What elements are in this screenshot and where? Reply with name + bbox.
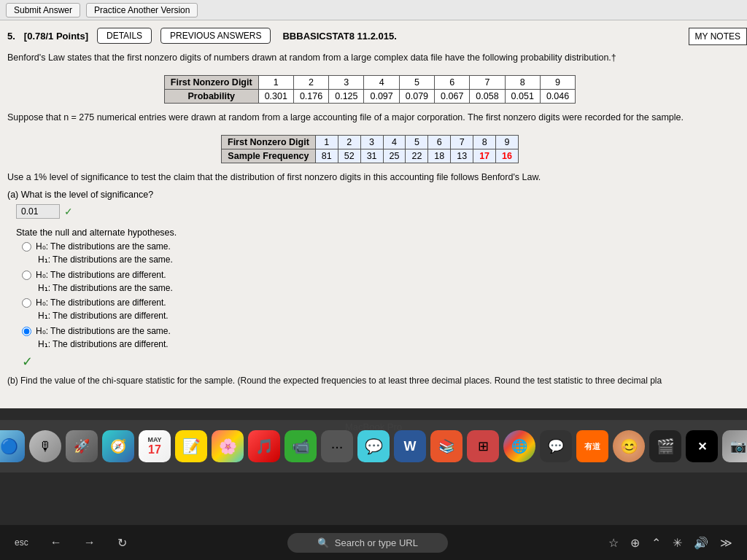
browser-search-bar[interactable]: 🔍 Search or type URL bbox=[287, 533, 448, 553]
dock-wechat[interactable]: 💬 bbox=[540, 430, 572, 462]
dock-chrome[interactable]: 🌐 bbox=[503, 430, 535, 462]
hypothesis-3-h1-text: H₁: The distributions are different. bbox=[38, 310, 732, 322]
browser-controls-right: ☆ ⊕ ⌃ ✳ 🔊 ≫ bbox=[608, 536, 732, 550]
main-content: MY NOTES 5. [0.78/1 Points] DETAILS PREV… bbox=[0, 20, 747, 429]
sample-frequency-table: First Nonzero Digit 1 2 3 4 5 6 7 8 9 Sa… bbox=[221, 135, 519, 163]
dock-siri[interactable]: 🎙 bbox=[29, 430, 61, 462]
dock-grid-app[interactable]: ⊞ bbox=[467, 430, 499, 462]
previous-answers-button[interactable]: PREVIOUS ANSWERS bbox=[160, 28, 271, 44]
hypothesis-radio-4[interactable] bbox=[22, 327, 31, 336]
hypothesis-option-4: H₀: The distributions are the same. H₁: … bbox=[22, 325, 732, 351]
hypothesis-option-2-h0-label[interactable]: H₀: The distributions are different. bbox=[22, 269, 732, 281]
dock-launchpad[interactable]: 🚀 bbox=[66, 430, 98, 462]
more-icon[interactable]: ≫ bbox=[720, 536, 732, 550]
hypotheses-checkmark: ✓ bbox=[22, 354, 732, 370]
esc-label: esc bbox=[15, 537, 28, 548]
hypothesis-option-4-h0-label[interactable]: H₀: The distributions are the same. bbox=[22, 325, 732, 338]
part-a-answer-box: ✓ bbox=[16, 204, 73, 219]
sample-digit-2: 2 bbox=[338, 135, 360, 149]
freq-1: 81 bbox=[315, 149, 338, 163]
brightness-icon[interactable]: ✳ bbox=[673, 536, 682, 550]
back-arrow-icon[interactable]: ← bbox=[50, 536, 62, 549]
benford-table-wrapper: First Nonzero Digit 1 2 3 4 5 6 7 8 9 Pr… bbox=[7, 71, 732, 108]
dock-facetime[interactable]: 📹 bbox=[285, 430, 317, 462]
question-header: 5. [0.78/1 Points] DETAILS PREVIOUS ANSW… bbox=[7, 28, 732, 44]
dock-music[interactable]: 🎵 bbox=[248, 430, 280, 462]
dock-safari[interactable]: 🧭 bbox=[102, 430, 134, 462]
prob-8: 0.051 bbox=[505, 89, 540, 103]
dock-photos[interactable]: 🌸 bbox=[212, 430, 244, 462]
my-notes-button[interactable]: MY NOTES bbox=[689, 28, 747, 45]
dock-screenrecord[interactable]: 🎬 bbox=[649, 430, 681, 462]
col-header-prob: Probability bbox=[164, 89, 258, 103]
col-header-digit: First Nonzero Digit bbox=[164, 75, 258, 89]
details-button[interactable]: DETAILS bbox=[97, 28, 152, 44]
forward-arrow-icon[interactable]: → bbox=[84, 536, 96, 549]
hypothesis-1-h0-text: H₀: The distributions are the same. bbox=[36, 241, 171, 253]
hypothesis-radio-3[interactable] bbox=[22, 298, 31, 308]
bookmark-icon[interactable]: ☆ bbox=[608, 536, 619, 550]
digit-1: 1 bbox=[258, 75, 293, 89]
macos-bottom-section: MacBook Pro 🔵 🎙 🚀 🧭 MAY 17 📝 🌸 bbox=[0, 408, 747, 560]
freq-2: 52 bbox=[338, 149, 360, 163]
digit-7: 7 bbox=[470, 75, 505, 89]
sample-digit-4: 4 bbox=[383, 135, 406, 149]
settings-icon[interactable]: ⌃ bbox=[651, 536, 661, 550]
macos-dock: 🔵 🎙 🚀 🧭 MAY 17 📝 🌸 🎵 bbox=[0, 420, 747, 472]
hypothesis-radio-2[interactable] bbox=[22, 271, 31, 280]
dock-x-app[interactable]: ✕ bbox=[686, 430, 718, 462]
prob-1: 0.301 bbox=[258, 89, 293, 103]
hypothesis-1-h1-text: H₁: The distributions are the same. bbox=[38, 254, 732, 266]
hypothesis-2-h0-text: H₀: The distributions are different. bbox=[36, 269, 166, 281]
dock-notes[interactable]: 📝 bbox=[175, 430, 207, 462]
top-toolbar: Submit Answer Practice Another Version bbox=[0, 0, 747, 20]
dock-books[interactable]: 📚 bbox=[430, 430, 462, 462]
volume-icon[interactable]: 🔊 bbox=[694, 536, 708, 550]
points-label: [0.78/1 Points] bbox=[24, 31, 88, 42]
hypothesis-option-2: H₀: The distributions are different. H₁:… bbox=[22, 269, 732, 295]
submit-answer-button[interactable]: Submit Answer bbox=[6, 3, 80, 18]
significance-level-input[interactable] bbox=[16, 204, 60, 219]
reload-icon[interactable]: ↻ bbox=[117, 536, 127, 550]
browser-bottom-bar: esc ← → ↻ 🔍 Search or type URL ☆ ⊕ ⌃ ✳ 🔊… bbox=[0, 525, 747, 560]
suppose-text: Suppose that n = 275 numerical entries w… bbox=[7, 111, 732, 125]
prob-2: 0.176 bbox=[293, 89, 328, 103]
hypothesis-option-1-h0-label[interactable]: H₀: The distributions are the same. bbox=[22, 241, 732, 253]
freq-6: 18 bbox=[428, 149, 451, 163]
hypothesis-option-3-h0-label[interactable]: H₀: The distributions are different. bbox=[22, 297, 732, 309]
sample-digit-3: 3 bbox=[360, 135, 383, 149]
freq-4: 25 bbox=[383, 149, 406, 163]
sample-col-header-digit: First Nonzero Digit bbox=[222, 135, 316, 149]
dock-finder[interactable]: 🔵 bbox=[0, 430, 25, 462]
hypothesis-option-3: H₀: The distributions are different. H₁:… bbox=[22, 297, 732, 322]
freq-3: 31 bbox=[360, 149, 383, 163]
sample-table-wrapper: First Nonzero Digit 1 2 3 4 5 6 7 8 9 Sa… bbox=[7, 131, 732, 168]
digit-5: 5 bbox=[399, 75, 434, 89]
prob-5: 0.079 bbox=[399, 89, 434, 103]
hypothesis-radio-1[interactable] bbox=[22, 242, 31, 252]
use-text: Use a 1% level of significance to test t… bbox=[7, 171, 732, 184]
dock-face[interactable]: 😊 bbox=[613, 430, 645, 462]
benford-intro-text: Benford's Law states that the first nonz… bbox=[7, 51, 732, 65]
course-code: BBBASICSTAT8 11.2.015. bbox=[282, 31, 396, 42]
freq-9: 16 bbox=[496, 149, 519, 163]
digit-6: 6 bbox=[435, 75, 470, 89]
dock-calendar[interactable]: MAY 17 bbox=[139, 430, 171, 462]
browser-controls-left: esc ← → ↻ bbox=[15, 536, 127, 550]
prob-3: 0.125 bbox=[329, 89, 364, 103]
dock-youdao[interactable]: 有道 bbox=[576, 430, 608, 462]
hypotheses-label: State the null and alternate hypotheses. bbox=[16, 228, 732, 238]
hypothesis-2-h1-text: H₁: The distributions are the same. bbox=[38, 282, 732, 295]
sample-digit-8: 8 bbox=[473, 135, 496, 149]
share-icon[interactable]: ⊕ bbox=[630, 536, 640, 550]
practice-another-version-button[interactable]: Practice Another Version bbox=[86, 3, 198, 18]
dock-messages[interactable]: 💬 bbox=[357, 430, 390, 462]
prob-9: 0.046 bbox=[540, 89, 575, 103]
benford-probability-table: First Nonzero Digit 1 2 3 4 5 6 7 8 9 Pr… bbox=[164, 75, 576, 104]
hypothesis-4-h0-text: H₀: The distributions are the same. bbox=[36, 325, 171, 338]
sample-col-header-freq: Sample Frequency bbox=[222, 149, 316, 163]
dock-gcam[interactable]: 📷 bbox=[722, 430, 747, 462]
dock-word[interactable]: W bbox=[394, 430, 426, 462]
dock-more[interactable]: ··· bbox=[321, 430, 353, 462]
hypothesis-3-h0-text: H₀: The distributions are different. bbox=[36, 297, 166, 309]
